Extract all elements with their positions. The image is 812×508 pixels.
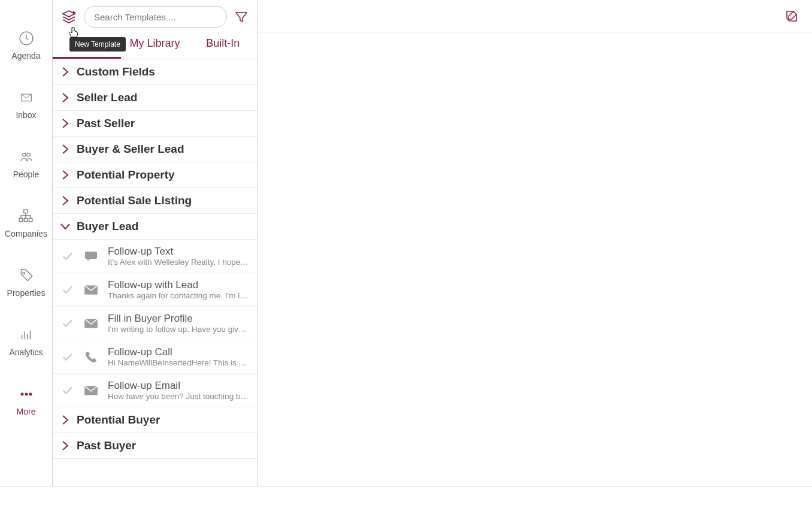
category-label: Custom Fields xyxy=(77,65,155,78)
checkmark-icon xyxy=(61,250,74,263)
template-title: Fill in Buyer Profile xyxy=(108,313,249,325)
category-row[interactable]: Past Seller xyxy=(53,111,257,137)
chevron-right-icon xyxy=(60,440,71,451)
category-row[interactable]: Custom Fields xyxy=(53,59,257,85)
template-row[interactable]: Follow-up TextIt's Alex with Wellesley R… xyxy=(53,240,257,273)
nav-label: More xyxy=(17,407,36,416)
templates-panel: New Template All My Library Built-In Cus… xyxy=(53,0,257,486)
svg-rect-4 xyxy=(24,210,28,213)
category-label: Potential Buyer xyxy=(77,413,160,427)
nav-label: Inbox xyxy=(16,110,36,120)
svg-point-9 xyxy=(20,393,23,396)
template-title: Follow-up Email xyxy=(108,380,249,392)
main-content xyxy=(257,0,812,486)
people-icon xyxy=(18,149,35,165)
svg-point-10 xyxy=(25,393,28,396)
chevron-right-icon xyxy=(60,144,71,155)
svg-rect-7 xyxy=(29,218,32,221)
category-label: Potential Property xyxy=(77,168,175,182)
template-title: Follow-up with Lead xyxy=(108,279,249,291)
compose-button[interactable] xyxy=(783,8,800,25)
category-row[interactable]: Potential Sale Listing xyxy=(53,188,257,214)
envelope-icon xyxy=(83,315,99,332)
chevron-right-icon xyxy=(60,66,71,77)
checkmark-icon xyxy=(61,350,74,364)
left-nav: Agenda Inbox People Companies Properties… xyxy=(0,0,53,486)
category-row[interactable]: Seller Lead xyxy=(53,85,257,111)
template-texts: Follow-up with LeadThanks again for cont… xyxy=(108,279,249,300)
tab-label: My Library xyxy=(130,37,180,49)
template-row[interactable]: Follow-up EmailHow have you been? Just t… xyxy=(53,374,257,407)
category-label: Potential Sale Listing xyxy=(77,194,192,207)
filter-button[interactable] xyxy=(233,8,250,25)
envelope-icon xyxy=(83,282,99,298)
nav-item-agenda[interactable]: Agenda xyxy=(11,30,40,61)
template-texts: Follow-up EmailHow have you been? Just t… xyxy=(108,380,249,401)
category-label: Past Seller xyxy=(77,117,135,130)
chevron-right-icon xyxy=(60,195,71,206)
main-toolbar xyxy=(257,0,812,32)
template-row[interactable]: Follow-up with LeadThanks again for cont… xyxy=(53,273,257,307)
nav-item-people[interactable]: People xyxy=(13,149,40,179)
new-template-button[interactable] xyxy=(60,8,78,26)
nav-item-analytics[interactable]: Analytics xyxy=(9,326,43,357)
template-texts: Follow-up CallHi NameWillBeInsertedHere!… xyxy=(108,346,249,367)
svg-rect-6 xyxy=(25,218,28,221)
nav-item-inbox[interactable]: Inbox xyxy=(16,89,36,120)
template-preview: It's Alex with Wellesley Realty. I hope … xyxy=(108,258,249,267)
envelope-icon xyxy=(83,382,99,399)
template-row[interactable]: Follow-up CallHi NameWillBeInsertedHere!… xyxy=(53,340,257,374)
nav-label: Agenda xyxy=(11,51,40,61)
category-label: Past Buyer xyxy=(77,439,136,452)
nav-label: Properties xyxy=(7,288,46,298)
template-texts: Follow-up TextIt's Alex with Wellesley R… xyxy=(108,246,249,267)
category-row[interactable]: Potential Property xyxy=(53,162,257,188)
chevron-right-icon xyxy=(60,415,71,425)
category-row[interactable]: Past Buyer xyxy=(53,433,257,459)
category-label: Seller Lead xyxy=(77,91,137,104)
svg-rect-5 xyxy=(20,218,23,221)
org-chart-icon xyxy=(17,208,34,225)
panel-toolbar xyxy=(53,0,257,31)
category-list[interactable]: Custom FieldsSeller LeadPast SellerBuyer… xyxy=(53,59,257,486)
category-row[interactable]: Buyer & Seller Lead xyxy=(53,137,257,162)
nav-label: Analytics xyxy=(9,347,43,357)
nav-label: Companies xyxy=(5,229,47,238)
chevron-right-icon xyxy=(60,118,71,129)
category-row[interactable]: Potential Buyer xyxy=(53,407,257,433)
svg-point-8 xyxy=(23,272,25,274)
envelope-icon xyxy=(18,89,35,106)
tab-label: Built-In xyxy=(206,37,240,49)
tab-built-in[interactable]: Built-In xyxy=(189,31,257,59)
template-title: Follow-up Call xyxy=(108,346,249,358)
chevron-down-icon xyxy=(60,221,71,232)
nav-item-more[interactable]: More xyxy=(17,386,36,416)
template-preview: How have you been? Just touching ba... xyxy=(108,392,249,401)
svg-point-3 xyxy=(26,153,29,157)
template-preview: Hi NameWillBeInsertedHere! This is Ale..… xyxy=(108,358,249,367)
bar-chart-icon xyxy=(18,326,35,343)
chevron-right-icon xyxy=(60,92,71,103)
template-row[interactable]: Fill in Buyer ProfileI'm writing to foll… xyxy=(53,307,257,340)
speech-bubble-icon xyxy=(83,248,99,265)
template-texts: Fill in Buyer ProfileI'm writing to foll… xyxy=(108,313,249,334)
category-row[interactable]: Buyer Lead xyxy=(53,214,257,240)
checkmark-icon xyxy=(61,384,74,397)
nav-item-properties[interactable]: Properties xyxy=(7,267,46,298)
svg-point-2 xyxy=(22,153,26,157)
new-template-tooltip: New Template xyxy=(69,37,126,52)
category-label: Buyer & Seller Lead xyxy=(77,143,184,156)
nav-item-companies[interactable]: Companies xyxy=(5,208,47,238)
tab-my-library[interactable]: My Library xyxy=(121,31,189,59)
template-preview: Thanks again for contacting me. I'm loo.… xyxy=(108,291,249,300)
clock-icon xyxy=(18,30,35,47)
phone-icon xyxy=(83,349,99,365)
more-dots-icon xyxy=(18,386,35,403)
nav-label: People xyxy=(13,170,40,179)
search-input[interactable] xyxy=(84,6,227,28)
chevron-right-icon xyxy=(60,170,71,180)
template-preview: I'm writing to follow up. Have you given… xyxy=(108,325,249,334)
checkmark-icon xyxy=(61,317,74,330)
checkmark-icon xyxy=(61,283,74,297)
category-label: Buyer Lead xyxy=(77,220,138,233)
